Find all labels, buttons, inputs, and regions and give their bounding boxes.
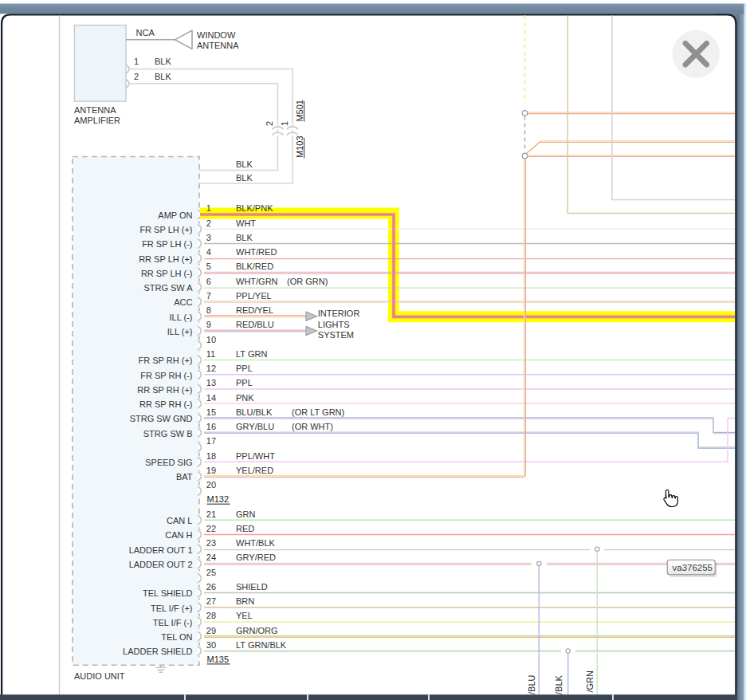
svg-text:20: 20 — [206, 480, 216, 490]
svg-text:STRG SW GND: STRG SW GND — [130, 414, 193, 423]
svg-text:BAT: BAT — [176, 472, 193, 482]
svg-text:(OR WHT): (OR WHT) — [292, 422, 333, 431]
svg-text:26: 26 — [206, 582, 216, 592]
svg-text:FR SP RH (-): FR SP RH (-) — [140, 371, 192, 380]
svg-text:RR SP RH (+): RR SP RH (+) — [137, 385, 192, 395]
svg-text:BLK: BLK — [236, 233, 253, 242]
svg-text:RED/YEL: RED/YEL — [236, 305, 273, 315]
svg-text:RR SP RH (-): RR SP RH (-) — [139, 399, 192, 409]
svg-text:WHT/GRN: WHT/GRN — [236, 277, 278, 286]
svg-text:WHT/RED: WHT/RED — [236, 247, 277, 257]
svg-text:STRG SW A: STRG SW A — [143, 283, 193, 293]
svg-text:21: 21 — [206, 509, 216, 519]
svg-text:LADDER OUT 2: LADDER OUT 2 — [129, 560, 193, 569]
svg-text:/GRN: /GRN — [585, 671, 595, 693]
svg-text:FR SP LH (-): FR SP LH (-) — [142, 239, 192, 249]
svg-text:CAN L: CAN L — [167, 516, 192, 525]
svg-text:va376255: va376255 — [673, 563, 713, 572]
svg-text:/BLK: /BLK — [554, 674, 563, 694]
svg-text:ILL (-): ILL (-) — [170, 313, 193, 322]
svg-text:NCA: NCA — [136, 28, 155, 37]
svg-text:ILL (+): ILL (+) — [167, 327, 193, 336]
svg-text:2: 2 — [134, 72, 139, 81]
svg-text:LIGHTS: LIGHTS — [318, 320, 350, 329]
svg-text:RR SP LH (-): RR SP LH (-) — [141, 269, 193, 278]
svg-text:WHT/BLK: WHT/BLK — [236, 538, 276, 548]
svg-text:9: 9 — [206, 320, 211, 329]
svg-text:GRY/BLU: GRY/BLU — [236, 422, 274, 431]
svg-text:AMPLIFIER: AMPLIFIER — [74, 116, 120, 125]
svg-text:14: 14 — [206, 393, 216, 403]
svg-text:17: 17 — [206, 436, 216, 446]
svg-text:YEL/RED: YEL/RED — [236, 466, 273, 475]
svg-text:7: 7 — [206, 291, 211, 301]
svg-text:16: 16 — [206, 422, 216, 431]
svg-text:6: 6 — [206, 277, 211, 286]
svg-text:PPL/YEL: PPL/YEL — [236, 291, 272, 301]
svg-text:LT GRN: LT GRN — [236, 349, 267, 359]
svg-text:30: 30 — [206, 640, 216, 650]
svg-text:RED/BLU: RED/BLU — [236, 320, 274, 329]
svg-text:GRY/RED: GRY/RED — [236, 553, 276, 562]
svg-text:M135: M135 — [207, 655, 230, 664]
svg-text:1: 1 — [280, 121, 289, 126]
svg-text:FR SP LH (+): FR SP LH (+) — [139, 225, 192, 234]
svg-text:4: 4 — [206, 247, 211, 257]
svg-text:27: 27 — [206, 596, 216, 606]
svg-text:28: 28 — [206, 611, 216, 620]
svg-text:PPL/WHT: PPL/WHT — [236, 451, 275, 461]
svg-text:10: 10 — [206, 335, 216, 344]
svg-text:BRN: BRN — [236, 596, 254, 606]
svg-text:STRG SW B: STRG SW B — [143, 429, 193, 438]
svg-text:TEL SHIELD: TEL SHIELD — [143, 588, 193, 598]
svg-text:SHIELD: SHIELD — [236, 582, 268, 592]
svg-text:2: 2 — [265, 121, 274, 126]
svg-text:AUDIO UNIT: AUDIO UNIT — [74, 671, 125, 681]
svg-text:BLK: BLK — [236, 159, 253, 169]
svg-text:RED: RED — [236, 524, 254, 533]
svg-text:SYSTEM: SYSTEM — [318, 330, 354, 340]
svg-text:(OR LT GRN): (OR LT GRN) — [292, 407, 344, 417]
svg-text:SPEED SIG: SPEED SIG — [145, 458, 192, 467]
svg-text:BLU/BLK: BLU/BLK — [236, 407, 273, 417]
svg-text:22: 22 — [206, 524, 216, 533]
svg-text:29: 29 — [206, 626, 216, 635]
svg-text:ANTENNA: ANTENNA — [197, 41, 239, 50]
svg-text:BLK: BLK — [155, 57, 171, 66]
svg-text:3: 3 — [206, 233, 211, 242]
svg-text:/BLU: /BLU — [527, 674, 536, 694]
svg-text:FR SP RH (+): FR SP RH (+) — [139, 356, 193, 365]
svg-text:PPL: PPL — [236, 364, 253, 373]
svg-text:5: 5 — [206, 262, 211, 271]
svg-text:GRN/ORG: GRN/ORG — [236, 626, 278, 635]
svg-text:BLK/RED: BLK/RED — [236, 262, 273, 271]
svg-text:CAN H: CAN H — [165, 530, 192, 540]
svg-text:M501: M501 — [295, 100, 304, 122]
svg-text:AMP ON: AMP ON — [158, 210, 192, 220]
svg-text:TEL I/F (+): TEL I/F (+) — [151, 604, 192, 613]
svg-text:ACC: ACC — [174, 297, 192, 307]
svg-text:WHT: WHT — [236, 218, 256, 228]
svg-text:8: 8 — [206, 305, 211, 315]
svg-text:18: 18 — [206, 451, 216, 461]
svg-text:BLK: BLK — [236, 173, 253, 183]
svg-text:LT GRN/BLK: LT GRN/BLK — [236, 640, 287, 650]
svg-text:19: 19 — [206, 466, 216, 475]
svg-text:PNK: PNK — [236, 393, 254, 403]
svg-text:11: 11 — [206, 349, 215, 359]
svg-text:24: 24 — [206, 553, 216, 562]
svg-text:INTERIOR: INTERIOR — [318, 309, 360, 318]
svg-text:TEL ON: TEL ON — [161, 632, 192, 642]
svg-text:12: 12 — [206, 364, 216, 373]
svg-text:BLK: BLK — [155, 72, 171, 81]
svg-text:BLK/PNK: BLK/PNK — [236, 203, 273, 213]
svg-text:M103: M103 — [295, 136, 304, 158]
svg-text:LADDER OUT 1: LADDER OUT 1 — [129, 545, 193, 555]
svg-text:WINDOW: WINDOW — [197, 30, 236, 40]
svg-text:13: 13 — [206, 378, 216, 387]
svg-text:RR SP LH (+): RR SP LH (+) — [139, 254, 192, 264]
svg-text:25: 25 — [206, 568, 216, 577]
svg-text:(OR GRN): (OR GRN) — [287, 277, 328, 286]
svg-text:LADDER SHIELD: LADDER SHIELD — [123, 647, 192, 656]
svg-text:15: 15 — [206, 407, 216, 417]
